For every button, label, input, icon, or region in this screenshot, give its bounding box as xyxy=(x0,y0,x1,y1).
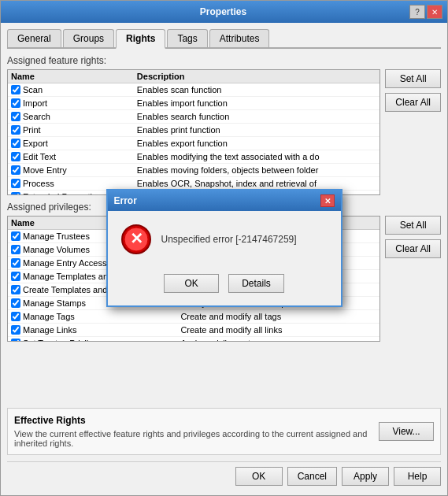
svg-text:✕: ✕ xyxy=(129,230,143,247)
error-icon: ✕ xyxy=(120,224,152,255)
error-details-button[interactable]: Details xyxy=(228,274,284,293)
error-dialog-title: Error xyxy=(114,195,137,206)
error-message: Unspecified error [-2147467259] xyxy=(161,234,297,245)
error-ok-button[interactable]: OK xyxy=(164,274,219,293)
error-dialog: Error ✕ ✕ Unspecified error [-2147467259… xyxy=(106,189,342,307)
error-dialog-buttons: OK Details xyxy=(108,268,341,305)
error-title-bar: Error ✕ xyxy=(108,191,341,211)
error-body: ✕ Unspecified error [-2147467259] xyxy=(108,211,341,268)
error-close-button[interactable]: ✕ xyxy=(320,194,335,207)
dialog-overlay: Error ✕ ✕ Unspecified error [-2147467259… xyxy=(0,0,448,496)
